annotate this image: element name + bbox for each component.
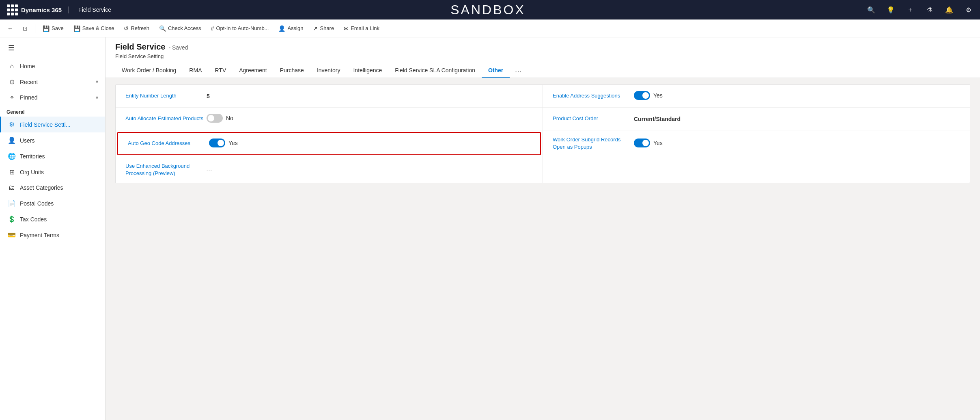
chevron-down-icon: ∨ [95,79,99,84]
app-name: Field Service [72,6,111,13]
refresh-button[interactable]: ↺ Refresh [120,23,153,34]
auto-geo-code-value: Yes [209,139,530,149]
postal-codes-icon: 📄 [8,199,16,207]
check-access-button[interactable]: 🔍 Check Access [155,23,205,34]
enable-address-suggestions-value: Yes [634,91,960,101]
auto-allocate-value: No [207,114,533,124]
sidebar-item-recent[interactable]: ⊙ Recent ∨ [0,74,105,90]
sidebar-item-payment-terms[interactable]: 💳 Payment Terms [0,227,105,243]
tab-inventory[interactable]: Inventory [310,63,347,78]
tab-purchase[interactable]: Purchase [274,63,310,78]
top-nav-icons: 🔍 💡 ＋ ⚗ 🔔 ⚙ [865,3,975,16]
settings-icon[interactable]: ⚙ [962,3,975,16]
sidebar: ☰ ⌂ Home ⊙ Recent ∨ ⌖ Pinned ∨ General ⚙… [0,37,106,420]
main-layout: ☰ ⌂ Home ⊙ Recent ∨ ⌖ Pinned ∨ General ⚙… [0,37,980,420]
command-bar: ← ⊡ 💾 Save 💾 Save & Close ↺ Refresh 🔍 Ch… [0,19,980,37]
new-window-icon: ⊡ [23,25,28,32]
entity-number-length-label: Entity Number Length [125,92,207,100]
form-area: Entity Number Length 5 Auto Allocate Est… [106,78,980,420]
new-window-button[interactable]: ⊡ [19,23,32,34]
sidebar-item-org-units[interactable]: ⊞ Org Units [0,164,105,180]
save-close-button[interactable]: 💾 Save & Close [69,23,118,34]
work-order-subgrid-value: Yes [634,139,960,149]
email-link-button[interactable]: ✉ Email a Link [340,23,383,34]
user-icon: 👤 [8,136,16,144]
org-units-icon: ⊞ [8,168,16,176]
auto-allocate-row: Auto Allocate Estimated Products No [116,108,543,130]
sidebar-item-asset-categories[interactable]: 🗂 Asset Categories [0,180,105,195]
enable-address-toggle-thumb [642,92,649,99]
sidebar-item-tax-codes[interactable]: 💲 Tax Codes [0,211,105,227]
search-icon[interactable]: 🔍 [865,3,878,16]
two-column-form: Entity Number Length 5 Auto Allocate Est… [116,85,970,183]
assign-button[interactable]: 👤 Assign [274,23,307,34]
page-subtitle: Field Service Setting [115,53,970,59]
tab-agreement[interactable]: Agreement [233,63,273,78]
auto-allocate-toggle[interactable]: No [207,114,233,123]
form-left-column: Entity Number Length 5 Auto Allocate Est… [116,85,543,183]
form-right-column: Enable Address Suggestions Yes [543,85,970,183]
tab-rma[interactable]: RMA [183,63,208,78]
separator [35,24,35,33]
work-order-subgrid-toggle[interactable]: Yes [634,139,663,147]
chevron-down-icon: ∨ [95,95,99,100]
enable-address-suggestions-toggle[interactable]: Yes [634,91,663,100]
share-button[interactable]: ↗ Share [309,23,338,34]
sidebar-item-postal-codes[interactable]: 📄 Postal Codes [0,195,105,211]
tab-sla-config[interactable]: Field Service SLA Configuration [388,63,482,78]
enable-address-toggle-label: Yes [653,92,663,99]
product-cost-order-label: Product Cost Order [553,115,634,122]
hamburger-menu-button[interactable]: ☰ [3,40,19,56]
save-button[interactable]: 💾 Save [39,23,68,34]
notification-icon[interactable]: 🔔 [943,3,956,16]
sidebar-item-field-service-settings[interactable]: ⚙ Field Service Setti... [0,117,105,132]
tab-intelligence[interactable]: Intelligence [347,63,388,78]
auto-geo-code-toggle-track[interactable] [209,139,225,147]
sidebar-item-territories[interactable]: 🌐 Territories [0,148,105,164]
auto-allocate-toggle-thumb [208,115,214,121]
auto-geo-code-toggle[interactable]: Yes [209,139,238,147]
sandbox-title: SANDBOX [111,2,865,17]
email-link-icon: ✉ [344,25,349,32]
save-icon: 💾 [43,25,50,32]
territories-icon: 🌐 [8,152,16,160]
enable-address-toggle-track[interactable] [634,91,650,100]
auto-allocate-toggle-track[interactable] [207,114,223,123]
filter-icon[interactable]: ⚗ [923,3,936,16]
work-order-subgrid-toggle-thumb [642,140,649,146]
back-button[interactable]: ← [3,23,17,34]
check-access-icon: 🔍 [159,25,166,32]
work-order-subgrid-toggle-track[interactable] [634,139,650,147]
payment-terms-icon: 💳 [8,231,16,239]
waffle-menu-button[interactable] [5,2,19,17]
auto-geo-code-label: Auto Geo Code Addresses [128,140,209,147]
auto-allocate-toggle-label: No [226,115,233,121]
add-icon[interactable]: ＋ [904,3,917,16]
share-icon: ↗ [313,25,318,32]
home-icon: ⌂ [8,63,16,70]
save-close-icon: 💾 [73,25,80,32]
auto-geo-code-row: Auto Geo Code Addresses Yes [117,132,541,155]
sidebar-item-users[interactable]: 👤 Users [0,132,105,148]
tab-more-button[interactable]: … [510,63,527,78]
work-order-subgrid-row: Work Order Subgrid Records Open as Popup… [543,130,970,156]
page-status: - Saved [168,44,188,51]
sidebar-item-home[interactable]: ⌂ Home [0,58,105,74]
tabs-container: Work Order / Booking RMA RTV Agreement P… [115,63,970,78]
auto-geo-code-toggle-label: Yes [228,140,238,146]
auto-geo-code-toggle-thumb [218,140,224,146]
lightbulb-icon[interactable]: 💡 [884,3,897,16]
asset-categories-icon: 🗂 [8,184,16,191]
page-title: Field Service [115,42,165,52]
opt-in-button[interactable]: # Opt-In to Auto-Numb... [207,23,273,34]
page-header-title: Field Service - Saved [115,42,970,52]
tab-other[interactable]: Other [482,63,510,78]
sidebar-item-pinned[interactable]: ⌖ Pinned ∨ [0,90,105,105]
product-cost-order-row: Product Cost Order Current/Standard [543,108,970,130]
tab-work-order[interactable]: Work Order / Booking [115,63,183,78]
enhanced-bg-row: Use Enhanced Background Processing (Prev… [116,157,543,183]
enhanced-bg-value: --- [207,167,533,173]
auto-allocate-label: Auto Allocate Estimated Products [125,115,207,122]
sidebar-section-general: General [0,105,105,117]
tab-rtv[interactable]: RTV [208,63,233,78]
